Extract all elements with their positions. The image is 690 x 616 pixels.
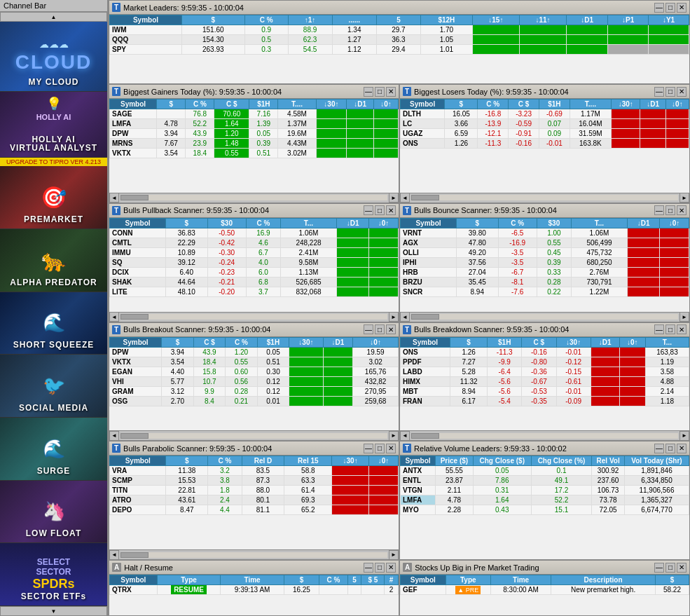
parabolic-max[interactable]: □ [375,444,385,453]
sidebar-item-social[interactable]: 🐦 SOCIAL MEDIA [0,355,107,418]
table-row[interactable]: ATRO43.612.480.169.3 [110,495,399,505]
table-row[interactable]: GRAM3.129.90.280.12270,95 [110,386,399,396]
breakout-min[interactable]: — [364,324,373,334]
halt-close[interactable]: ✕ [386,563,396,573]
sidebar-item-squeeze[interactable]: 🌊 SHORT SQUEEZE [0,292,107,355]
losers-close[interactable]: ✕ [677,87,686,97]
table-row[interactable]: VRA11.383.283.558.8 [110,466,399,476]
losers-max[interactable]: □ [665,87,675,97]
losers-min[interactable]: — [654,87,664,97]
sidebar-item-cloud[interactable]: ☁☁☁ CLOUD MY CLOUD [0,22,107,92]
table-row[interactable]: CMTL22.29-0.424.6248,228 [110,238,399,247]
table-row[interactable]: ENTL23.877.8649.1237.606,334,850 [401,476,689,486]
scroll-left[interactable]: ◄ [400,193,410,203]
scroll-right[interactable]: ► [389,193,399,203]
gainers-close[interactable]: ✕ [386,87,396,97]
breakdown-close[interactable]: ✕ [677,324,686,334]
stocksup-max[interactable]: □ [665,563,675,573]
table-row[interactable]: LABD5.28-6.4-0.36-0.153.58 [401,367,689,376]
sidebar-item-holly[interactable]: 💡 HOLLY AI HOLLY AI VIRTUAL ANALYST [0,92,107,158]
table-row[interactable]: BRZU35.45-8.10.28730,791 [401,277,689,287]
market-leaders-close[interactable]: ✕ [677,3,686,13]
pullback-close[interactable]: ✕ [386,205,396,215]
table-row[interactable]: OSG2.708.40.210.01259,68 [110,396,399,406]
table-row[interactable]: ONS1.26-11.3-0.16-0.01163,83 [401,347,689,357]
table-row[interactable]: CONN36.83-0.5016.91.06M [110,228,399,238]
table-row[interactable]: IPHI37.56-3.50.39680,250 [401,257,689,267]
relvol-max[interactable]: □ [665,444,675,453]
gainers-max[interactable]: □ [375,87,385,97]
table-row[interactable]: LITE48.10-0.203.7832,068 [110,287,399,296]
market-leaders-max[interactable]: □ [665,3,675,13]
breakout-max[interactable]: □ [375,324,385,334]
sidebar-item-alpha[interactable]: 🐆 ALPHA PREDATOR [0,229,107,292]
table-row[interactable]: TITN22.811.888.061.4 [110,486,399,495]
bounce-scrollbar[interactable]: ◄ ► [400,312,689,322]
table-row[interactable]: DEPO8.474.481.165.2 [110,505,399,515]
table-row[interactable]: IWM 151.60 0.9 88.9 1.34 29.7 1.70 [110,25,689,35]
table-row[interactable]: ANTX55.550.050.1300.921,891,846 [401,466,689,476]
table-row[interactable]: QQQ 154.30 0.5 62.3 1.27 36.3 1.05 [110,35,689,45]
table-row[interactable]: SNCR8.94-7.60.221.22M [401,287,689,296]
table-row[interactable]: GEF ▲ PRE 8:30:00 AM New premarket high.… [401,585,689,595]
scroll-right[interactable]: ► [679,193,689,203]
breakout-scrollbar[interactable]: ◄ ► [109,430,399,440]
table-row[interactable]: SQ39.12-0.244.09.58M [110,257,399,267]
table-row[interactable]: OLLI49.20-3.50.45475,732 [401,247,689,257]
table-row[interactable]: SHAK44.64-0.216.8526,685 [110,277,399,287]
table-row[interactable]: LC 3.66 -13.9 -0.59 0.07 16.04M [401,119,689,129]
bounce-close[interactable]: ✕ [677,205,686,215]
sidebar-item-premarket[interactable]: 🎯 PREMARKET [0,166,107,229]
sidebar-item-sector[interactable]: SELECTSECTORSPDRs SECTOR ETFs [0,543,107,606]
table-row[interactable]: MBT8.94-5.6-0.53-0.012.14 [401,386,689,396]
halt-max[interactable]: □ [375,563,385,573]
relvol-close[interactable]: ✕ [677,444,686,453]
sidebar-scroll-up[interactable]: ▲ [0,12,107,22]
table-row[interactable]: SAGE 76.8 70.60 7.16 4.58M [110,109,399,119]
scroll-left[interactable]: ◄ [109,193,119,203]
table-row[interactable]: MYO2.280.4315.172.056,674,770 [401,505,689,515]
stocksup-close[interactable]: ✕ [677,563,686,573]
table-row[interactable]: VTGN2.110.3117.2106.7311,906,566 [401,486,689,495]
sidebar-item-lowfloat[interactable]: 🦄 LOW FLOAT [0,481,107,544]
table-row[interactable]: LMFA 4.78 52.2 1.64 1.39 1.37M [110,119,399,129]
gainers-min[interactable]: — [364,87,373,97]
parabolic-scrollbar[interactable]: ◄ ► [109,549,399,559]
table-row[interactable]: IMMU10.89-0.306.72.41M [110,247,399,257]
sidebar-scroll-down[interactable]: ▼ [0,606,107,616]
table-row[interactable]: DPW3.9443.91.200.0519.59 [110,347,399,357]
table-row[interactable]: ONS 1.26 -11.3 -0.16 -0.01 163.8K [401,139,689,149]
table-row[interactable]: DPW 3.94 43.9 1.20 0.05 19.6M [110,129,399,139]
table-row[interactable]: UGAZ 6.59 -12.1 -0.91 0.09 31.59M [401,129,689,139]
table-row[interactable]: SCMP15.533.887.363.3 [110,476,399,486]
table-row[interactable]: VHI5.7710.70.560.12432,82 [110,376,399,386]
table-row[interactable]: DCIX6.40-0.236.01.13M [110,267,399,277]
table-row[interactable]: VKTX 3.54 18.4 0.55 0.51 3.02M [110,149,399,158]
table-row[interactable]: PPDF7.27-9.9-0.80-0.121.19 [401,357,689,367]
table-row[interactable]: EGAN4.4015.80.600.30165,76 [110,367,399,376]
table-row[interactable]: SPY 263.93 0.3 54.5 1.12 29.4 1.01 [110,45,689,55]
pullback-scrollbar[interactable]: ◄ ► [109,312,399,322]
relvol-min[interactable]: — [654,444,664,453]
bounce-min[interactable]: — [654,205,664,215]
table-row[interactable]: AGX47.80-16.90.55506,499 [401,238,689,247]
sidebar-item-surge[interactable]: 🌊 SURGE [0,418,107,481]
stocksup-min[interactable]: — [654,563,664,573]
table-row[interactable]: VRNT39.80-6.51.001.06M [401,228,689,238]
pullback-min[interactable]: — [364,205,373,215]
pullback-max[interactable]: □ [375,205,385,215]
table-row[interactable]: HRB27.04-6.70.332.76M [401,267,689,277]
table-row[interactable]: HIMX11.32-5.6-0.67-0.614.88 [401,376,689,386]
gainers-scrollbar[interactable]: ◄ ► [109,193,399,203]
table-row[interactable]: LMFA4.781.6452.273.781,365,327 [401,495,689,505]
parabolic-close[interactable]: ✕ [386,444,396,453]
table-row[interactable]: MRNS 7.67 23.9 1.48 0.39 4.43M [110,139,399,149]
market-leaders-min[interactable]: — [654,3,664,13]
breakdown-scrollbar[interactable]: ◄ ► [400,430,689,440]
bounce-max[interactable]: □ [665,205,675,215]
breakout-close[interactable]: ✕ [386,324,396,334]
table-row[interactable]: DLTH 16.05 -16.8 -3.23 -0.69 1.17M [401,109,689,119]
table-row[interactable]: VKTX3.5418.40.550.513.02 [110,357,399,367]
table-row[interactable]: QTRX RESUME 9:39:13 AM 16.25 2 [110,585,399,595]
losers-scrollbar[interactable]: ◄ ► [400,193,689,203]
